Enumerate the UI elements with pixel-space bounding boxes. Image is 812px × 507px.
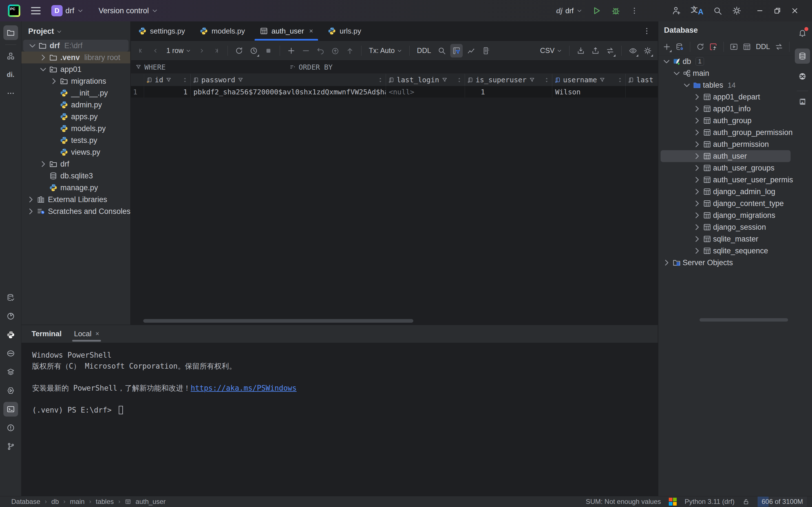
close-tab-icon[interactable]: × [309, 27, 313, 35]
chevron-right-icon[interactable] [662, 259, 671, 267]
horizontal-scrollbar[interactable] [143, 319, 413, 323]
transpose-view-button[interactable] [480, 44, 492, 57]
notifications-button[interactable] [795, 25, 810, 41]
tree-item-scratches[interactable]: Scratches and Consoles [21, 206, 130, 217]
run-configuration[interactable]: dj drf [556, 6, 582, 15]
database-changes-tool-button[interactable] [3, 290, 18, 305]
chevron-right-icon[interactable] [693, 140, 701, 149]
column-header-password[interactable]: password [191, 74, 386, 86]
tab-settings-py[interactable]: settings.py [131, 21, 192, 41]
ddl-button[interactable]: DDL [754, 43, 772, 51]
revert-changes-button[interactable] [314, 44, 327, 57]
chevron-right-icon[interactable] [693, 128, 701, 137]
terminal-output[interactable]: Windows PowerShell版权所有（C） Microsoft Corp… [21, 343, 658, 416]
filter-funnel-icon[interactable] [237, 77, 243, 83]
order-by-field[interactable]: ORDER BY [165, 63, 332, 71]
sort-icon[interactable] [617, 77, 623, 83]
project-tool-button[interactable] [3, 25, 18, 40]
add-row-button[interactable] [285, 44, 297, 57]
chevron-down-icon[interactable] [39, 65, 47, 73]
chevron-right-icon[interactable] [693, 105, 701, 113]
x-plugin-tool-button[interactable] [795, 69, 810, 84]
minimize-button[interactable] [751, 3, 769, 18]
open-table-button[interactable] [741, 41, 753, 53]
tree-item-init-py[interactable]: __init__.py [21, 87, 130, 99]
db-tree-item-django-migrations[interactable]: django_migrations [658, 209, 793, 221]
reload-data-button[interactable] [233, 44, 245, 57]
chevron-right-icon[interactable] [693, 152, 701, 160]
structure-tool-button[interactable] [3, 49, 18, 63]
tree-item-manage-py[interactable]: manage.py [21, 182, 130, 193]
chevron-down-icon[interactable] [672, 69, 681, 77]
stop-button[interactable] [262, 44, 275, 57]
chevron-right-icon[interactable] [26, 195, 35, 204]
grid-settings-button[interactable] [641, 44, 654, 57]
tab-models-py[interactable]: models.py [192, 21, 252, 41]
tx-mode-dropdown[interactable]: Tx: Auto [367, 44, 404, 57]
tree-item-apps-py[interactable]: apps.py [21, 111, 130, 123]
filter-funnel-icon[interactable] [529, 77, 535, 83]
chevron-right-icon[interactable] [693, 164, 701, 172]
db-tree-item-auth-user[interactable]: auth_user [661, 150, 791, 162]
db-tree-item-db[interactable]: db 1 [658, 56, 793, 67]
chevron-right-icon[interactable] [693, 176, 701, 184]
new-datasource-button[interactable] [661, 41, 672, 53]
chevron-right-icon[interactable] [693, 211, 701, 220]
db-tree-item-app01-depart[interactable]: app01_depart [658, 91, 793, 103]
row-count-dropdown[interactable]: 1 row [164, 44, 193, 57]
db-tree-item-app01-info[interactable]: app01_info [658, 103, 793, 115]
tab-urls-py[interactable]: urls.py [320, 21, 369, 41]
breadcrumb[interactable]: Database› db› main› tables› auth_user [11, 498, 166, 506]
db-tree-item-django-session[interactable]: django_session [658, 221, 793, 233]
close-tab-icon[interactable]: × [96, 330, 99, 338]
search-in-data-icon[interactable] [436, 44, 448, 57]
terminal-tool-button[interactable] [3, 402, 18, 416]
filter-rows-button[interactable] [450, 44, 463, 57]
filter-funnel-icon[interactable] [165, 77, 172, 83]
terminal-link[interactable]: https://aka.ms/PSWindows [191, 384, 296, 392]
tree-item-views-py[interactable]: views.py [21, 146, 130, 158]
sort-icon[interactable] [456, 77, 463, 83]
translate-icon[interactable]: 文A [691, 6, 704, 16]
db-tree-item-sqlite-master[interactable]: sqlite_master [658, 233, 793, 245]
cell-is-superuser[interactable]: 1 [465, 86, 552, 98]
settings-gear-icon[interactable] [732, 6, 742, 15]
interpreter-widget[interactable]: Python 3.11 (drf) [685, 498, 735, 506]
tree-item-app01[interactable]: app01 [21, 63, 130, 75]
tree-item-drf-root[interactable]: drf E:\drf [23, 40, 128, 52]
chevron-right-icon[interactable] [693, 223, 701, 231]
chevron-right-icon[interactable] [50, 77, 58, 86]
cell-last[interactable] [626, 86, 658, 98]
last-page-button[interactable] [210, 44, 222, 57]
terminal-tab-local[interactable]: Local × [74, 325, 99, 343]
python-console-tool-button[interactable] [3, 328, 18, 342]
db-tree-item-auth-permission[interactable]: auth_permission [658, 138, 793, 150]
chevron-down-icon[interactable] [56, 29, 62, 35]
chevron-right-icon[interactable] [26, 207, 35, 216]
tree-item-venv[interactable]: .venv library root [21, 52, 130, 63]
chevron-right-icon[interactable] [39, 160, 47, 168]
cell-password[interactable]: pbkdf2_sha256$720000$avl0shx1zdQxmwnfVW2… [191, 86, 386, 98]
windows-logo-icon[interactable] [669, 498, 677, 506]
next-page-button[interactable] [196, 44, 208, 57]
chevron-down-icon[interactable] [683, 81, 691, 89]
db-tree-item-django-content-type[interactable]: django_content_type [658, 198, 793, 209]
db-tree-item-auth-user-groups[interactable]: auth_user_groups [658, 162, 793, 174]
compare-button[interactable] [773, 41, 784, 53]
tree-item-tests-py[interactable]: tests.py [21, 134, 130, 146]
version-control-tool-button[interactable] [3, 439, 18, 454]
export-data-button[interactable] [589, 44, 602, 57]
db-tree-item-tables[interactable]: tables 14 [658, 79, 793, 91]
datasource-properties-button[interactable] [674, 41, 686, 53]
jump-to-console-button[interactable] [728, 41, 740, 53]
chevron-right-icon[interactable] [693, 187, 701, 196]
view-options-button[interactable] [627, 44, 639, 57]
db-tree-item-server-objects[interactable]: Server Objects [658, 257, 793, 269]
cell-last-login[interactable]: <null> [386, 86, 465, 98]
chevron-right-icon[interactable] [39, 53, 47, 62]
tree-item-migrations[interactable]: migrations [21, 75, 130, 87]
dictionary-tool-button[interactable]: A [795, 95, 810, 110]
previous-page-button[interactable] [150, 44, 162, 57]
disconnect-button[interactable] [708, 41, 719, 53]
sort-icon[interactable] [182, 77, 188, 83]
